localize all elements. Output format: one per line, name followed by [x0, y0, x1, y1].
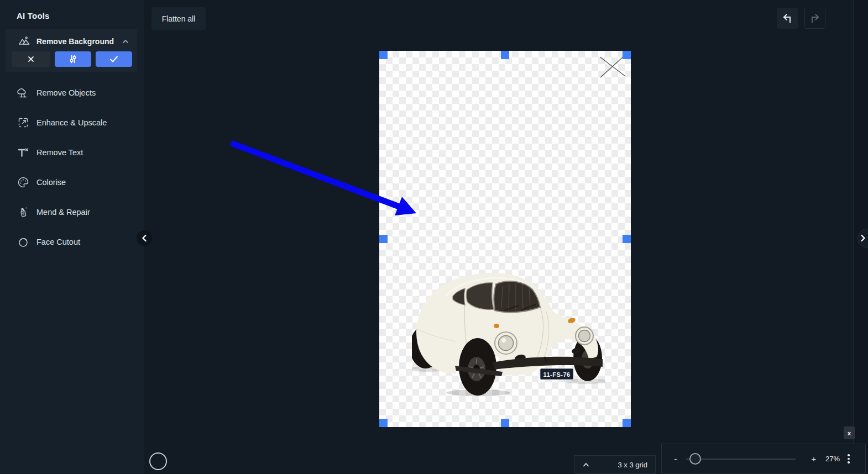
selection-handle-middle-left[interactable]: [379, 235, 388, 243]
close-panel-button[interactable]: x: [844, 426, 855, 439]
sidebar-title: AI Tools: [17, 11, 50, 20]
selection-handle-top-left[interactable]: [379, 51, 388, 59]
undo-button[interactable]: [777, 8, 798, 29]
flatten-all-button[interactable]: Flatten all: [151, 7, 206, 30]
canvas[interactable]: 11-FS-76: [379, 51, 631, 427]
collapse-sidebar-button[interactable]: [137, 230, 152, 246]
sidebar-item-mend-repair[interactable]: Mend & Repair: [0, 202, 144, 222]
active-tool-header[interactable]: Remove Background: [6, 33, 137, 50]
selection-handle-bottom-right[interactable]: [623, 419, 631, 427]
sliders-icon: [68, 54, 78, 64]
selection-handle-bottom-center[interactable]: [501, 419, 509, 427]
glue-bottle-icon: [17, 206, 30, 219]
redo-button[interactable]: [804, 8, 825, 29]
check-icon: [109, 55, 119, 63]
image-mountains-icon: [18, 35, 31, 48]
selection-handle-middle-right[interactable]: [623, 235, 631, 243]
sidebar: AI Tools Remove Background: [0, 0, 144, 474]
zoom-slider-track: [686, 459, 796, 460]
redo-icon: [808, 11, 822, 25]
apply-button[interactable]: [96, 51, 132, 67]
sidebar-item-label: Remove Text: [36, 148, 83, 157]
selection-handle-top-center[interactable]: [501, 51, 509, 59]
close-icon: [27, 55, 35, 63]
flatten-all-label: Flatten all: [162, 14, 196, 23]
active-tool-label: Remove Background: [36, 37, 114, 46]
grid-selector-label: 3 x 3 grid: [618, 461, 647, 469]
undo-icon: [780, 11, 794, 25]
settings-button[interactable]: [55, 51, 91, 67]
sidebar-item-label: Enhance & Upscale: [36, 118, 107, 127]
app-root: AI Tools Remove Background: [0, 0, 868, 474]
tree-icon: [17, 86, 30, 99]
sidebar-item-colorise[interactable]: Colorise: [0, 172, 144, 192]
circle-shape-tool[interactable]: [149, 452, 167, 470]
sidebar-item-face-cutout[interactable]: Face Cutout: [0, 232, 144, 252]
chevron-right-icon: [860, 234, 866, 242]
selection-handle-top-right[interactable]: [623, 51, 631, 59]
zoom-slider-knob[interactable]: [689, 453, 701, 465]
sidebar-item-enhance-upscale[interactable]: Enhance & Upscale: [0, 113, 144, 133]
selection-handle-bottom-left[interactable]: [379, 419, 388, 427]
sidebar-item-label: Remove Objects: [36, 88, 96, 97]
sidebar-item-remove-objects[interactable]: Remove Objects: [0, 83, 144, 103]
close-panel-label: x: [848, 430, 851, 436]
license-plate-text: 11-FS-76: [543, 371, 570, 378]
zoom-percentage: 27%: [825, 455, 843, 463]
grid-selector[interactable]: 3 x 3 grid: [574, 455, 656, 474]
car-image[interactable]: 11-FS-76: [412, 264, 605, 397]
sidebar-item-label: Face Cutout: [36, 238, 80, 246]
face-icon: [17, 235, 30, 249]
chevron-left-icon: [141, 234, 148, 242]
sidebar-item-label: Mend & Repair: [36, 208, 90, 217]
sidebar-item-remove-text[interactable]: Remove Text: [0, 143, 144, 162]
chevron-up-icon[interactable]: [122, 39, 129, 44]
zoom-out-button[interactable]: -: [672, 454, 679, 464]
zoom-controls: - + 27%: [661, 444, 866, 474]
chevron-up-icon: [582, 462, 590, 467]
zoom-in-button[interactable]: +: [810, 454, 818, 464]
active-tool-panel: Remove Background: [6, 29, 137, 72]
text-remove-icon: [17, 146, 30, 159]
kebab-menu-icon[interactable]: [848, 454, 850, 464]
cancel-button[interactable]: [12, 51, 50, 67]
sidebar-item-label: Colorise: [36, 178, 66, 187]
palette-icon: [17, 176, 30, 189]
expand-icon: [17, 116, 30, 129]
zoom-slider[interactable]: [686, 453, 796, 465]
